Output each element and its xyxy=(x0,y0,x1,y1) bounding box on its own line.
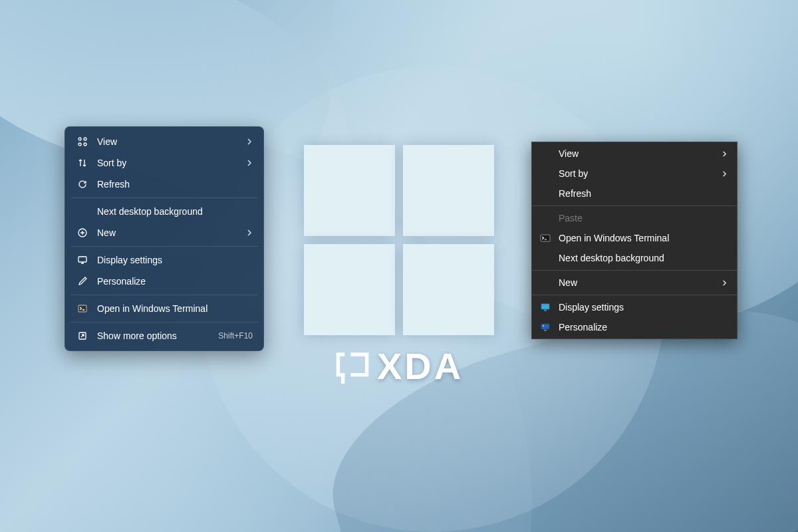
xda-text: XDA xyxy=(377,344,464,388)
menu-item-sort-by[interactable]: Sort by xyxy=(69,152,259,174)
menu-item-label: Next desktop background xyxy=(559,253,728,263)
menu-item-label: Personalize xyxy=(559,322,728,332)
chevron-right-icon xyxy=(722,148,728,159)
menu-item-label: Display settings xyxy=(559,302,728,313)
menu-separator xyxy=(70,198,258,198)
svg-rect-6 xyxy=(78,305,86,312)
blank-icon xyxy=(76,206,89,217)
windows-logo-icon xyxy=(304,145,494,335)
chevron-right-icon xyxy=(246,136,253,147)
menu-shortcut: Shift+F10 xyxy=(218,331,253,340)
menu-item-label: Refresh xyxy=(559,188,728,199)
menu-item-paste: Paste xyxy=(532,208,737,228)
terminal-icon xyxy=(539,233,552,243)
menu-item-personalize[interactable]: Personalize xyxy=(532,317,737,337)
personalize-icon xyxy=(539,322,552,332)
blank-icon xyxy=(539,148,552,159)
blank-icon xyxy=(539,188,552,199)
svg-rect-5 xyxy=(78,257,86,262)
windows-logo-square xyxy=(304,244,395,335)
svg-rect-9 xyxy=(541,304,549,309)
paint-icon xyxy=(76,276,89,287)
menu-item-label: Personalize xyxy=(97,276,253,287)
menu-item-new[interactable]: New xyxy=(532,273,737,293)
menu-item-terminal[interactable]: Open in Windows Terminal xyxy=(532,228,737,248)
blank-icon xyxy=(539,253,552,263)
menu-separator xyxy=(70,246,258,247)
chevron-right-icon xyxy=(722,277,728,288)
svg-point-1 xyxy=(84,138,86,140)
menu-item-view[interactable]: View xyxy=(532,144,737,164)
windows-logo-square xyxy=(304,145,395,236)
menu-item-show-more[interactable]: Show more options Shift+F10 xyxy=(69,325,259,346)
svg-point-2 xyxy=(78,143,81,146)
menu-item-label: View xyxy=(97,136,246,147)
sort-icon xyxy=(76,158,89,168)
chevron-right-icon xyxy=(246,158,253,168)
menu-item-display-settings[interactable]: Display settings xyxy=(69,249,259,271)
menu-item-personalize[interactable]: Personalize xyxy=(69,271,259,292)
menu-item-label: Open in Windows Terminal xyxy=(559,233,728,243)
menu-item-new[interactable]: New xyxy=(69,222,259,243)
chevron-right-icon xyxy=(722,168,728,179)
menu-item-label: Open in Windows Terminal xyxy=(97,303,253,314)
menu-item-label: Display settings xyxy=(97,255,253,265)
context-menu-win11: View Sort by Refresh Next desktop backgr… xyxy=(65,126,264,351)
display-settings-icon xyxy=(539,302,552,313)
xda-bracket-icon xyxy=(334,348,370,384)
menu-item-label: Paste xyxy=(559,213,728,223)
svg-rect-12 xyxy=(544,330,547,331)
blank-icon xyxy=(539,277,552,288)
menu-item-label: New xyxy=(97,227,246,238)
menu-item-sort-by[interactable]: Sort by xyxy=(532,164,737,184)
menu-item-label: New xyxy=(559,277,722,288)
menu-separator xyxy=(532,205,737,206)
display-icon xyxy=(76,255,89,265)
chevron-right-icon xyxy=(246,227,253,238)
menu-separator xyxy=(532,270,737,271)
grid-icon xyxy=(76,136,89,147)
menu-item-next-desktop-bg[interactable]: Next desktop background xyxy=(69,201,259,222)
menu-item-terminal[interactable]: Open in Windows Terminal xyxy=(69,298,259,319)
blank-icon xyxy=(539,213,552,223)
menu-item-label: Show more options xyxy=(97,331,218,341)
svg-point-3 xyxy=(84,143,86,146)
blank-icon xyxy=(539,168,552,179)
svg-point-13 xyxy=(543,325,544,327)
menu-item-label: Refresh xyxy=(97,179,253,190)
plus-circle-icon xyxy=(76,227,89,238)
svg-rect-10 xyxy=(544,310,547,311)
menu-item-view[interactable]: View xyxy=(69,131,259,152)
context-menu-win10: View Sort by Refresh Paste Open in Windo… xyxy=(531,142,737,339)
center-logo: XDA xyxy=(304,145,494,388)
svg-rect-8 xyxy=(541,235,550,241)
menu-separator xyxy=(532,295,737,295)
expand-icon xyxy=(76,331,89,341)
menu-item-display-settings[interactable]: Display settings xyxy=(532,297,737,317)
menu-item-refresh[interactable]: Refresh xyxy=(532,184,737,203)
menu-item-label: Sort by xyxy=(97,158,246,168)
menu-item-label: View xyxy=(559,148,722,159)
menu-item-refresh[interactable]: Refresh xyxy=(69,174,259,195)
desktop-wallpaper: XDA View Sort by Refresh Next d xyxy=(0,0,798,532)
terminal-icon xyxy=(76,303,89,314)
menu-separator xyxy=(70,295,258,295)
svg-rect-11 xyxy=(541,324,549,329)
menu-separator xyxy=(70,322,258,323)
windows-logo-square xyxy=(403,145,494,236)
windows-logo-square xyxy=(403,244,494,335)
refresh-icon xyxy=(76,179,89,190)
menu-item-label: Next desktop background xyxy=(97,206,253,217)
xda-logo: XDA xyxy=(334,344,464,388)
menu-item-label: Sort by xyxy=(559,168,722,179)
menu-item-next-desktop-bg[interactable]: Next desktop background xyxy=(532,248,737,268)
svg-point-0 xyxy=(78,138,81,140)
